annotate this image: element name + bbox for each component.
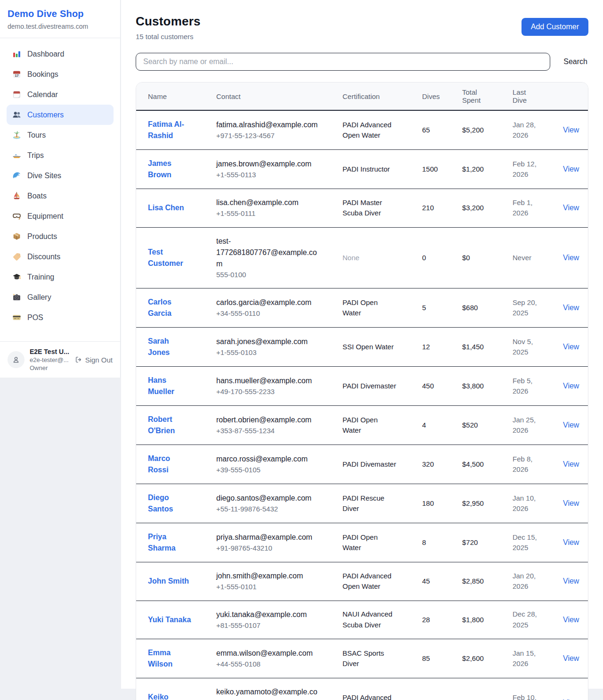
customer-certification: BSAC Sports Diver: [342, 648, 398, 669]
customer-dives: 4: [416, 406, 456, 445]
view-link[interactable]: View: [563, 460, 579, 468]
customers-table: NameContactCertificationDivesTotal Spent…: [136, 82, 588, 700]
table-row: Diego Santos diego.santos@example.com +5…: [136, 484, 588, 523]
user-name: E2E Test U...: [30, 348, 69, 355]
add-customer-button[interactable]: Add Customer: [522, 18, 588, 36]
sidebar-item-discounts[interactable]: Discounts: [7, 247, 114, 267]
sidebar: Demo Dive Shop demo.test.divestreams.com…: [0, 0, 121, 378]
customer-certification: PADI Rescue Diver: [342, 493, 398, 514]
customer-name-link[interactable]: Robert O'Brien: [148, 414, 192, 436]
camera-icon: [12, 293, 21, 302]
customer-phone: +1-555-0101: [216, 582, 319, 593]
sidebar-item-equipment[interactable]: Equipment: [7, 206, 114, 226]
sidebar-item-customers[interactable]: Customers: [7, 105, 114, 125]
view-link[interactable]: View: [563, 304, 579, 312]
column-header-dives: Dives: [416, 82, 456, 110]
customer-email: test-1772681807767@example.com: [216, 236, 319, 270]
customer-name-link[interactable]: Emma Wilson: [148, 647, 192, 670]
customer-phone: +1-555-0103: [216, 347, 319, 358]
sidebar-item-bookings[interactable]: 17 Bookings: [7, 64, 114, 84]
customer-email: emma.wilson@example.com: [216, 648, 319, 659]
table-row: Keiko Yamamoto keiko.yamamoto@example.co…: [136, 678, 588, 700]
sidebar-item-trips[interactable]: Trips: [7, 145, 114, 165]
table-row: Emma Wilson emma.wilson@example.com +44-…: [136, 639, 588, 678]
customer-last-dive: Jan 28, 2026: [513, 120, 548, 141]
customer-name-link[interactable]: Hans Mueller: [148, 375, 192, 397]
customer-name-link[interactable]: Yuki Tanaka: [148, 614, 191, 626]
customer-dives: 28: [416, 601, 456, 639]
customer-phone: +44-555-0108: [216, 659, 319, 670]
svg-text:17: 17: [15, 74, 18, 78]
search-button[interactable]: Search: [562, 56, 588, 68]
sidebar-item-products[interactable]: Products: [7, 226, 114, 247]
customer-total-spent: $5,200: [456, 110, 507, 150]
view-link[interactable]: View: [563, 538, 579, 546]
sidebar-item-gallery[interactable]: Gallery: [7, 287, 114, 307]
customer-dives: 95: [416, 678, 456, 700]
customer-name-link[interactable]: Fatima Al-Rashid: [148, 119, 192, 141]
customer-total-spent: $2,100: [456, 678, 507, 700]
customer-certification: PADI Divemaster: [342, 459, 398, 470]
page-subtitle: 15 total customers: [136, 33, 201, 41]
customer-last-dive: Feb 8, 2026: [513, 454, 548, 475]
customer-certification: NAUI Advanced Scuba Diver: [342, 609, 398, 630]
view-link[interactable]: View: [563, 654, 579, 662]
sailboat-icon: [12, 191, 21, 200]
avatar: [8, 351, 24, 368]
sidebar-item-dashboard[interactable]: Dashboard: [7, 44, 114, 64]
column-header-certification: Certification: [337, 82, 416, 110]
customer-phone: +55-11-99876-5432: [216, 504, 319, 515]
diving-mask-icon: [12, 212, 21, 221]
sidebar-item-calendar[interactable]: Calendar: [7, 84, 114, 105]
view-link[interactable]: View: [563, 421, 579, 429]
customer-email: keiko.yamamoto@example.com: [216, 686, 319, 700]
customer-name-link[interactable]: Sarah Jones: [148, 336, 192, 358]
sidebar-item-boats[interactable]: Boats: [7, 186, 114, 206]
column-header: [557, 82, 588, 110]
customer-name-link[interactable]: Priya Sharma: [148, 531, 192, 554]
table-row: Lisa Chen lisa.chen@example.com +1-555-0…: [136, 189, 588, 228]
table-row: Priya Sharma priya.sharma@example.com +9…: [136, 523, 588, 562]
view-link[interactable]: View: [563, 343, 579, 351]
bar-chart-icon: [12, 49, 21, 58]
customer-name-link[interactable]: Marco Rossi: [148, 453, 192, 476]
customer-total-spent: $3,800: [456, 367, 507, 406]
column-header-last-dive: Last Dive: [507, 82, 557, 110]
sign-out-button[interactable]: Sign Out: [75, 356, 113, 364]
tag-icon: [12, 252, 21, 261]
sidebar-item-pos[interactable]: POS: [7, 307, 114, 328]
customer-certification: PADI Open Water: [342, 415, 398, 436]
table-row: Yuki Tanaka yuki.tanaka@example.com +81-…: [136, 601, 588, 639]
customer-name-link[interactable]: Test Customer: [148, 247, 192, 269]
view-link[interactable]: View: [563, 499, 579, 507]
customer-dives: 45: [416, 562, 456, 601]
wave-icon: [12, 171, 21, 180]
view-link[interactable]: View: [563, 616, 579, 624]
customer-certification: PADI Master Scuba Diver: [342, 198, 398, 219]
customer-name-link[interactable]: Carlos Garcia: [148, 296, 192, 319]
customer-name-link[interactable]: Lisa Chen: [148, 202, 184, 214]
customer-name-link[interactable]: James Brown: [148, 158, 192, 181]
customer-total-spent: $2,950: [456, 484, 507, 523]
view-link[interactable]: View: [563, 382, 579, 390]
view-link[interactable]: View: [563, 254, 579, 262]
customer-name-link[interactable]: John Smith: [148, 576, 189, 587]
customer-dives: 65: [416, 110, 456, 150]
customer-total-spent: $1,800: [456, 601, 507, 639]
sidebar-footer: E2E Test U... e2e-tester@... Owner Sign …: [0, 341, 120, 378]
customer-name-link[interactable]: Keiko Yamamoto: [148, 692, 192, 700]
customer-email: hans.mueller@example.com: [216, 375, 319, 387]
view-link[interactable]: View: [563, 165, 579, 173]
customer-last-dive: Sep 20, 2025: [513, 297, 548, 319]
search-input[interactable]: [136, 53, 550, 71]
sidebar-item-training[interactable]: Training: [7, 267, 114, 287]
view-link[interactable]: View: [563, 126, 579, 134]
view-link[interactable]: View: [563, 577, 579, 585]
sidebar-item-dive-sites[interactable]: Dive Sites: [7, 165, 114, 186]
customer-last-dive: Feb 10, 2026: [513, 692, 548, 700]
sidebar-item-tours[interactable]: Tours: [7, 125, 114, 145]
customer-dives: 85: [416, 639, 456, 678]
customer-dives: 5: [416, 288, 456, 328]
view-link[interactable]: View: [563, 204, 579, 212]
customer-name-link[interactable]: Diego Santos: [148, 492, 192, 515]
